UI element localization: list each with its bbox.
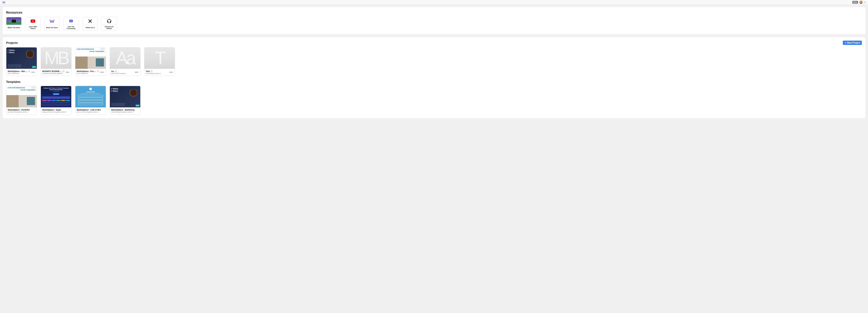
avatar[interactable]: W <box>859 1 863 4</box>
card-subtitle: link-in-bio-template.wstd.io <box>77 111 104 113</box>
projects-title: Projects <box>6 41 18 44</box>
resource-card-3[interactable]: Join The Community <box>63 17 79 31</box>
resource-label: Read The Docs <box>45 25 59 30</box>
card-menu-button[interactable]: ••• <box>31 71 35 74</box>
info-icon[interactable] <box>63 70 64 72</box>
info-icon[interactable] <box>97 70 99 72</box>
card-subtitle: portfolio-template.wstd.io <box>8 111 35 113</box>
app-logo[interactable] <box>2 1 5 4</box>
topbar-right: Pro W <box>852 1 866 4</box>
template-card-0[interactable]: OUR INFORMATION25 OF FYOUR TOMORROMarket… <box>6 86 37 115</box>
info-icon[interactable] <box>28 70 30 72</box>
info-icon[interactable] <box>115 70 117 72</box>
project-card-1[interactable]: MBMONKEY BUSINESS GALERIEmonkey-business… <box>41 47 71 76</box>
card-name: Marketplace - Marketing <box>111 109 134 111</box>
resources-header: Resources <box>6 11 862 14</box>
svg-point-2 <box>70 21 71 21</box>
youtube-icon <box>25 17 40 25</box>
card-name: Test <box>146 70 150 72</box>
card-menu-button[interactable]: ••• <box>134 71 139 74</box>
resource-label: Follow On X <box>85 25 96 30</box>
card-name: Marketplace - Portfolio <box>77 70 96 72</box>
project-thumbnail[interactable]: r Voice,r Story <box>6 48 37 69</box>
project-thumbnail[interactable]: r Voice,r Story <box>110 86 140 107</box>
discord-icon <box>64 17 79 25</box>
templates-title: Templates <box>6 80 862 84</box>
chevron-down-icon <box>864 1 866 3</box>
resource-card-1[interactable]: Learn With Videos <box>25 17 41 31</box>
card-meta: Testtest-8awpd.wstd.io••• <box>144 69 175 76</box>
projects-grid: r Voice,r StoryMarketplace - MarketingNo… <box>6 47 862 76</box>
new-project-label: New Project <box>847 41 860 44</box>
card-subtitle: aa-vdt1dt7.wstd.io <box>111 72 133 74</box>
card-menu-button[interactable]: ••• <box>100 71 104 74</box>
pro-badge: Pro <box>852 1 858 4</box>
projects-header: Projects + New Project <box>6 41 862 45</box>
card-meta: Marketplace - Portfolioportfolio-templat… <box>6 107 37 115</box>
card-name: Marketplace - Portfolio <box>8 109 30 111</box>
card-name: Marketplace - SaaS <box>42 109 61 111</box>
project-card-4[interactable]: TTesttest-8awpd.wstd.io••• <box>144 47 175 76</box>
resource-label: Join The Community <box>64 25 79 30</box>
card-meta: Marketplace - SaaSsaas-product-template.… <box>41 107 71 115</box>
project-card-3[interactable]: AaAaaa-vdt1dt7.wstd.io••• <box>110 47 141 76</box>
card-name: Marketplace - Link In Bio <box>77 109 101 111</box>
resource-card-5[interactable]: Discuss On GitHub <box>101 17 117 31</box>
card-subtitle: marketing-template.wstd.io <box>111 111 139 113</box>
resources-title: Resources <box>6 11 23 14</box>
info-icon[interactable] <box>151 70 153 72</box>
card-subtitle: monkey-business-galerie-i1y7d.wst... <box>42 72 64 74</box>
card-name: Marketplace - Marketing <box>8 70 27 72</box>
resource-label: Learn With Videos <box>25 25 40 30</box>
topbar: Pro W <box>0 0 868 4</box>
card-name: MONKEY BUSINESS GALERIE <box>42 70 62 72</box>
card-meta: Aaaa-vdt1dt7.wstd.io••• <box>110 69 140 76</box>
plus-icon: + <box>845 41 846 44</box>
main-content: Resources Watch The Intro!Learn With Vid… <box>0 4 868 121</box>
projects-templates-panel: Projects + New Project r Voice,r StoryMa… <box>2 37 866 119</box>
card-meta: Marketplace - PortfolioNot Published••• <box>75 69 106 76</box>
card-meta: Marketplace - Marketingmarketing-templat… <box>110 107 140 115</box>
project-card-2[interactable]: OUR INFORMATION25 OF FYOUR TOMORROMarket… <box>75 47 106 76</box>
project-thumbnail[interactable]: MB <box>41 48 71 69</box>
svg-point-3 <box>71 21 72 21</box>
resource-card-2[interactable]: Read The Docs <box>44 17 60 31</box>
card-meta: Marketplace - Link In Biolink-in-bio-tem… <box>75 107 106 115</box>
card-menu-button[interactable]: ••• <box>169 71 174 74</box>
card-meta: Marketplace - MarketingNot Published••• <box>6 69 37 76</box>
template-card-3[interactable]: r Voice,r StoryMarketplace - Marketingma… <box>110 86 141 115</box>
project-thumbnail[interactable]: OUR INFORMATION25 OF FYOUR TOMORRO <box>6 86 37 107</box>
resource-label: Watch The Intro! <box>7 25 21 30</box>
resource-card-4[interactable]: Follow On X <box>83 17 98 31</box>
new-project-button[interactable]: + New Project <box>843 41 862 45</box>
template-card-1[interactable]: Unleash the Power of Human-Centered Proj… <box>41 86 71 115</box>
github-icon <box>102 17 117 25</box>
project-thumbnail[interactable]: Unleash the Power of Human-Centered Proj… <box>41 86 71 107</box>
project-thumbnail[interactable]: OUR INFORMATION25 OF FYOUR TOMORRO <box>75 48 106 69</box>
project-thumbnail[interactable]: T <box>144 48 175 69</box>
card-subtitle: test-8awpd.wstd.io <box>146 72 168 74</box>
project-card-0[interactable]: r Voice,r StoryMarketplace - MarketingNo… <box>6 47 37 76</box>
template-card-2[interactable]: Isabella MitchellLorem ipsum dolor sit a… <box>75 86 106 115</box>
project-thumbnail[interactable]: Aa <box>110 48 140 69</box>
account-menu-chevron[interactable] <box>864 1 866 3</box>
resource-card-0[interactable]: Watch The Intro! <box>6 17 22 31</box>
card-subtitle: Not Published <box>8 72 30 74</box>
templates-grid: OUR INFORMATION25 OF FYOUR TOMORROMarket… <box>6 86 862 115</box>
video-scene-icon <box>6 17 21 25</box>
resources-panel: Resources Watch The Intro!Learn With Vid… <box>2 7 866 34</box>
card-subtitle: saas-product-template.wstd.io <box>42 111 70 113</box>
card-meta: MONKEY BUSINESS GALERIEmonkey-business-g… <box>41 69 71 76</box>
resources-row: Watch The Intro!Learn With VideosRead Th… <box>6 17 862 31</box>
webstudio-logo-icon <box>2 1 5 4</box>
card-subtitle: Not Published <box>77 72 99 74</box>
x-icon <box>83 17 98 25</box>
svg-rect-1 <box>69 20 73 22</box>
card-menu-button[interactable]: ••• <box>65 71 70 74</box>
resource-label: Discuss On GitHub <box>102 25 117 30</box>
webstudio-icon <box>44 17 59 25</box>
project-thumbnail[interactable]: Isabella MitchellLorem ipsum dolor sit a… <box>75 86 106 107</box>
card-name: Aa <box>111 70 114 72</box>
